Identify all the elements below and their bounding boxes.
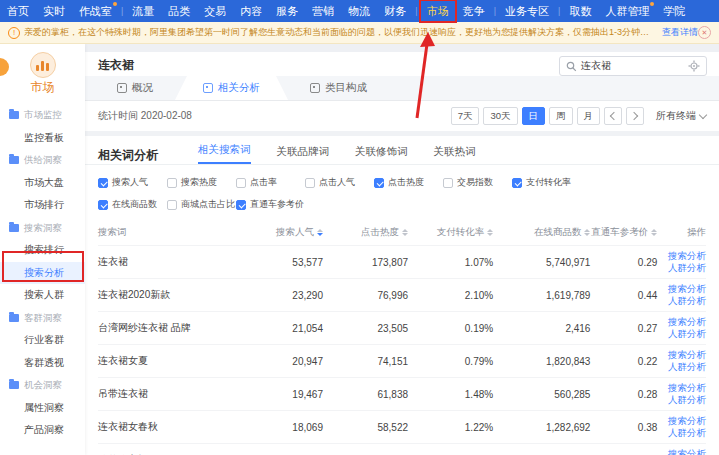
column-label: 搜索词 xyxy=(98,226,127,237)
filter-交易指数[interactable]: 交易指数 xyxy=(443,176,512,189)
sidebar-item-搜索人群[interactable]: 搜索人群 xyxy=(0,284,85,307)
sort-icon[interactable] xyxy=(584,229,590,236)
range-button-30天[interactable]: 30天 xyxy=(483,107,517,125)
action-link-人群分析[interactable]: 人群分析 xyxy=(657,328,706,340)
close-icon[interactable]: ✕ xyxy=(698,26,711,39)
subtab-关联品牌词[interactable]: 关联品牌词 xyxy=(277,145,330,164)
subtab-关联热词[interactable]: 关联热词 xyxy=(434,145,476,164)
sidebar-item-搜索排行[interactable]: 搜索排行 xyxy=(0,239,85,262)
search-input[interactable]: 连衣裙 xyxy=(581,59,688,73)
filter-直通车参考价[interactable]: 直通车参考价 xyxy=(236,198,305,211)
checkbox-icon[interactable] xyxy=(167,178,177,188)
sidebar-item-行业客群[interactable]: 行业客群 xyxy=(0,329,85,352)
action-link-搜索分析[interactable]: 搜索分析 xyxy=(657,283,706,295)
page-title: 连衣裙 xyxy=(98,58,134,72)
checkbox-icon[interactable] xyxy=(167,200,177,210)
folder-icon xyxy=(9,381,19,389)
column-label: 点击热度 xyxy=(361,226,399,237)
column-header-直通车参考价[interactable]: 直通车参考价 xyxy=(590,220,657,246)
subtabs: 相关搜索词关联品牌词关联修饰词关联热词 xyxy=(198,143,502,164)
prev-button[interactable] xyxy=(604,107,622,125)
nav-item-营销[interactable]: 营销 xyxy=(305,0,341,22)
checkbox-icon[interactable] xyxy=(98,178,108,188)
sidebar-item-属性洞察[interactable]: 属性洞察 xyxy=(0,397,85,420)
nav-item-竞争[interactable]: 竞争 xyxy=(456,0,492,22)
column-header-支付转化率[interactable]: 支付转化率 xyxy=(408,220,493,246)
nav-item-取数[interactable]: 取数 xyxy=(562,0,598,22)
subtab-关联修饰词[interactable]: 关联修饰词 xyxy=(355,145,408,164)
filter-label: 点击热度 xyxy=(388,176,424,189)
filter-在线商品数[interactable]: 在线商品数 xyxy=(98,198,167,211)
checkbox-icon[interactable] xyxy=(443,178,453,188)
filter-搜索热度[interactable]: 搜索热度 xyxy=(167,176,236,189)
checkbox-icon[interactable] xyxy=(236,178,246,188)
action-link-人群分析[interactable]: 人群分析 xyxy=(657,361,706,373)
nav-item-服务[interactable]: 服务 xyxy=(269,0,305,22)
nav-item-流量[interactable]: 流量 xyxy=(125,0,161,22)
nav-item-品类[interactable]: 品类 xyxy=(161,0,197,22)
period-button-月[interactable]: 月 xyxy=(577,107,601,125)
filter-点击热度[interactable]: 点击热度 xyxy=(374,176,443,189)
action-link-人群分析[interactable]: 人群分析 xyxy=(657,295,706,307)
sort-icon[interactable] xyxy=(317,229,323,236)
chevron-down-icon xyxy=(699,111,707,119)
sidebar-item-市场排行[interactable]: 市场排行 xyxy=(0,194,85,217)
checkbox-icon[interactable] xyxy=(305,178,315,188)
column-header-搜索人气[interactable]: 搜索人气 xyxy=(244,220,323,246)
section-head: 相关词分析 相关搜索词关联品牌词关联修饰词关联热词 xyxy=(85,136,719,165)
nav-item-财务[interactable]: 财务 xyxy=(377,0,413,22)
action-link-搜索分析[interactable]: 搜索分析 xyxy=(657,250,706,262)
search-box[interactable]: 连衣裙 xyxy=(559,56,707,76)
filter-点击人气[interactable]: 点击人气 xyxy=(305,176,374,189)
checkbox-icon[interactable] xyxy=(512,178,522,188)
action-link-搜索分析[interactable]: 搜索分析 xyxy=(657,349,706,361)
checkbox-icon[interactable] xyxy=(236,200,246,210)
sidebar-item-搜索分析[interactable]: 搜索分析 xyxy=(0,262,85,285)
action-link-搜索分析[interactable]: 搜索分析 xyxy=(657,382,706,394)
action-link-搜索分析[interactable]: 搜索分析 xyxy=(657,448,706,455)
action-link-人群分析[interactable]: 人群分析 xyxy=(657,262,706,274)
nav-item-市场[interactable]: 市场 xyxy=(420,0,456,22)
filter-点击率[interactable]: 点击率 xyxy=(236,176,305,189)
sidebar-item-客群透视[interactable]: 客群透视 xyxy=(0,352,85,375)
nav-item-交易[interactable]: 交易 xyxy=(197,0,233,22)
period-button-日[interactable]: 日 xyxy=(522,107,546,125)
tab-相关分析[interactable]: 相关分析 xyxy=(175,76,288,100)
action-link-人群分析[interactable]: 人群分析 xyxy=(657,394,706,406)
tab-类目构成[interactable]: 类目构成 xyxy=(288,76,389,100)
sidebar-item-产品洞察[interactable]: 产品洞察 xyxy=(0,419,85,442)
column-header-点击热度[interactable]: 点击热度 xyxy=(323,220,408,246)
nav-item-学院[interactable]: 学院 xyxy=(656,0,692,22)
nav-item-作战室[interactable]: 作战室 xyxy=(72,0,119,22)
sort-icon[interactable] xyxy=(651,229,657,236)
column-header-在线商品数[interactable]: 在线商品数 xyxy=(493,220,590,246)
action-link-人群分析[interactable]: 人群分析 xyxy=(657,427,706,439)
sidebar-item-市场大盘[interactable]: 市场大盘 xyxy=(0,172,85,195)
notice-detail-link[interactable]: 查看详情 xyxy=(662,26,698,39)
cell-online-items: 1,282,692 xyxy=(493,411,590,444)
checkbox-icon[interactable] xyxy=(374,178,384,188)
filter-商城点击占比[interactable]: 商城点击占比 xyxy=(167,198,236,211)
terminal-dropdown[interactable]: 所有终端 xyxy=(656,109,706,123)
nav-item-首页[interactable]: 首页 xyxy=(0,0,36,22)
nav-item-内容[interactable]: 内容 xyxy=(233,0,269,22)
action-link-搜索分析[interactable]: 搜索分析 xyxy=(657,316,706,328)
sort-icon[interactable] xyxy=(402,229,408,236)
sidebar-item-监控看板[interactable]: 监控看板 xyxy=(0,127,85,150)
range-button-7天[interactable]: 7天 xyxy=(451,107,480,125)
gear-icon[interactable] xyxy=(688,60,700,72)
action-link-搜索分析[interactable]: 搜索分析 xyxy=(657,415,706,427)
nav-item-业务专区[interactable]: 业务专区 xyxy=(498,0,556,22)
subtab-相关搜索词[interactable]: 相关搜索词 xyxy=(198,143,251,164)
filter-搜索人气[interactable]: 搜索人气 xyxy=(98,176,167,189)
checkbox-icon[interactable] xyxy=(98,200,108,210)
sort-icon[interactable] xyxy=(487,229,493,236)
period-button-周[interactable]: 周 xyxy=(549,107,573,125)
tab-概况[interactable]: 概况 xyxy=(95,76,175,100)
next-button[interactable] xyxy=(626,107,644,125)
nav-item-实时[interactable]: 实时 xyxy=(36,0,72,22)
cell-actions: 搜索分析人群分析 xyxy=(657,246,706,279)
nav-item-物流[interactable]: 物流 xyxy=(341,0,377,22)
filter-支付转化率[interactable]: 支付转化率 xyxy=(512,176,581,189)
nav-item-人群管理[interactable]: 人群管理 xyxy=(598,0,656,22)
